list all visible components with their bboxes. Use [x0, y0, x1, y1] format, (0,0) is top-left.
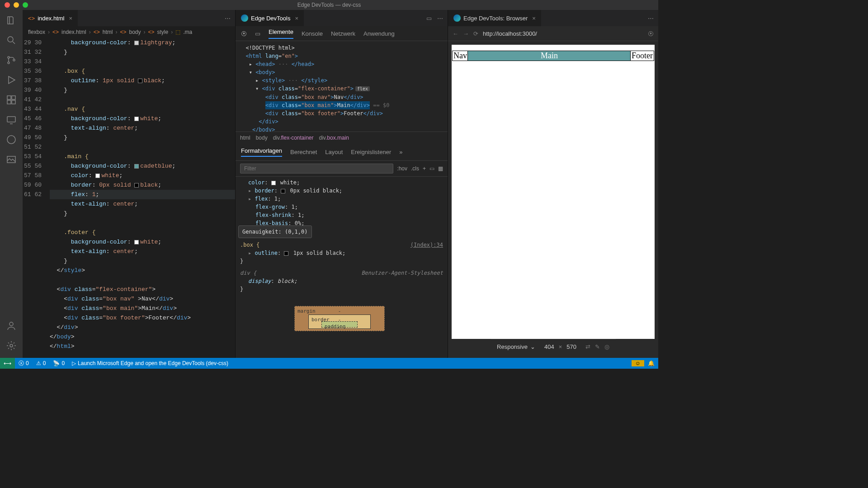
- remote-indicator[interactable]: ⟷: [0, 358, 15, 369]
- close-icon[interactable]: ×: [532, 15, 536, 22]
- svg-point-1: [8, 56, 9, 58]
- preview-footer: Footer: [631, 51, 654, 61]
- panel-tab-application[interactable]: Anwendung: [363, 30, 395, 37]
- settings-gear-icon[interactable]: [5, 340, 17, 352]
- editor-more-icon[interactable]: ⋯: [437, 15, 443, 22]
- dom-breadcrumb[interactable]: html body div.flex-container div.box.mai…: [236, 131, 448, 144]
- svg-point-9: [7, 136, 15, 144]
- launch-edge-action[interactable]: ▷ Launch Microsoft Edge and open the Edg…: [68, 360, 232, 366]
- rotate-icon[interactable]: ⇄: [585, 343, 590, 350]
- screenshot-icon[interactable]: ◎: [604, 343, 609, 350]
- nav-forward-icon[interactable]: →: [463, 30, 469, 37]
- warnings-count[interactable]: ⚠ 0: [33, 360, 50, 366]
- remote-explorer-icon[interactable]: [5, 114, 17, 126]
- styles-tab-computed[interactable]: Berechnet: [290, 149, 317, 155]
- gallery-icon[interactable]: [5, 154, 17, 165]
- svg-point-0: [8, 37, 13, 42]
- viewport-height[interactable]: 570: [566, 343, 576, 350]
- edge-icon: [241, 14, 248, 22]
- edge-tools-icon[interactable]: [5, 134, 17, 145]
- styles-filter-input[interactable]: [240, 164, 393, 174]
- dimension-separator: ×: [559, 343, 562, 350]
- cls-toggle[interactable]: .cls: [411, 165, 419, 172]
- svg-rect-4: [7, 96, 11, 99]
- panel-tab-elements[interactable]: Elemente: [269, 28, 293, 39]
- more-tabs-icon[interactable]: »: [399, 149, 402, 155]
- status-bar: ⟷ ⓧ 0 ⚠ 0 📡 0 ▷ Launch Microsoft Edge an…: [0, 358, 658, 369]
- styles-tab-layout[interactable]: Layout: [325, 149, 343, 155]
- split-editor-icon[interactable]: ▭: [426, 15, 432, 22]
- breadcrumb[interactable]: flexbox› <>index.html› <>html› <>body› <…: [23, 26, 235, 38]
- explorer-icon[interactable]: [5, 14, 17, 26]
- extensions-icon[interactable]: [5, 94, 17, 106]
- html-file-icon: <>: [52, 29, 59, 35]
- screenshot-magic-icon[interactable]: ✎: [595, 343, 600, 350]
- dom-crumb[interactable]: body: [256, 135, 268, 141]
- dom-crumb[interactable]: div.box.main: [319, 135, 349, 141]
- close-icon[interactable]: ×: [69, 15, 72, 22]
- svg-rect-5: [12, 96, 15, 99]
- panel-tab-console[interactable]: Konsole: [302, 30, 323, 37]
- hov-toggle[interactable]: :hov: [397, 165, 407, 172]
- layout-icon[interactable]: ▦: [438, 165, 443, 172]
- breadcrumb-item[interactable]: html: [103, 29, 113, 35]
- window-maximize-button[interactable]: [23, 2, 28, 8]
- window-close-button[interactable]: [5, 2, 10, 8]
- breadcrumb-item[interactable]: flexbox: [28, 29, 45, 35]
- nav-back-icon[interactable]: ←: [453, 30, 458, 37]
- editor-more-icon[interactable]: ⋯: [225, 15, 235, 22]
- devtools-column: Edge DevTools × ▭ ⋯ ⦿ ▭ Elemente Konsole…: [235, 10, 448, 358]
- svg-point-12: [10, 344, 13, 347]
- styles-pane[interactable]: color: white;▸ border: 0px solid black;▸…: [236, 177, 448, 358]
- inspect-element-icon[interactable]: ⦿: [241, 30, 247, 37]
- device-toggle-icon[interactable]: ▭: [255, 30, 260, 37]
- notifications-icon[interactable]: 🔔: [644, 360, 658, 366]
- breadcrumb-item[interactable]: .ma: [183, 29, 192, 35]
- specificity-tooltip: Genauigkeit: (0,1,0): [238, 225, 312, 238]
- window-title: Edge DevTools — dev-css: [297, 2, 361, 8]
- tag-icon: <>: [94, 29, 100, 35]
- account-icon[interactable]: [5, 320, 17, 332]
- browser-column: Edge DevTools: Browser × ⋯ ← → ⟳ http://…: [448, 10, 658, 358]
- window-minimize-button[interactable]: [14, 2, 19, 8]
- editor-more-icon[interactable]: ⋯: [648, 15, 658, 22]
- browser-tab[interactable]: Edge DevTools: Browser ×: [448, 10, 541, 26]
- url-bar[interactable]: http://localhost:3000/: [483, 30, 643, 37]
- source-control-icon[interactable]: [5, 54, 17, 66]
- viewport-width[interactable]: 404: [544, 343, 554, 350]
- dom-tree[interactable]: ⋯ <!DOCTYPE html> <html lang="en"> ▸ <he…: [236, 41, 448, 131]
- browser-viewport[interactable]: Nav Main Footer: [452, 45, 655, 339]
- svg-rect-6: [7, 100, 11, 104]
- preview-nav: Nav: [453, 51, 468, 61]
- run-debug-icon[interactable]: [5, 74, 17, 86]
- tag-icon: <>: [120, 29, 126, 35]
- device-selector[interactable]: Responsive ⌄: [497, 343, 535, 350]
- editor-tab[interactable]: <> index.html ×: [23, 10, 78, 26]
- browser-tab-label: Edge DevTools: Browser: [463, 15, 528, 22]
- breadcrumb-item[interactable]: index.html: [61, 29, 86, 35]
- chevron-down-icon: ⌄: [530, 343, 535, 350]
- breadcrumb-item[interactable]: style: [157, 29, 169, 35]
- styles-tab-formatvorlagen[interactable]: Formatvorlagen: [241, 147, 282, 157]
- new-rule-icon[interactable]: +: [423, 165, 426, 172]
- search-icon[interactable]: [5, 34, 17, 46]
- html-file-icon: <>: [28, 15, 35, 22]
- breadcrumb-item[interactable]: body: [129, 29, 141, 35]
- device-label: Responsive: [497, 343, 528, 350]
- svg-point-3: [13, 59, 15, 61]
- feedback-icon[interactable]: ☺: [632, 360, 644, 366]
- nav-reload-icon[interactable]: ⟳: [473, 30, 478, 37]
- editor-tab-label: index.html: [38, 15, 64, 22]
- close-icon[interactable]: ×: [295, 15, 298, 22]
- svg-rect-8: [7, 117, 15, 122]
- dom-crumb[interactable]: div.flex-container: [273, 135, 314, 141]
- dom-crumb[interactable]: html: [240, 135, 250, 141]
- inspect-icon[interactable]: ⦿: [648, 30, 654, 37]
- device-icon[interactable]: ▭: [429, 165, 434, 172]
- panel-tab-network[interactable]: Netzwerk: [331, 30, 355, 37]
- code-editor[interactable]: 29 30 31 32 33 34 35 36 37 38 39 40 41 4…: [23, 38, 235, 358]
- errors-count[interactable]: ⓧ 0: [15, 360, 33, 367]
- styles-tab-listeners[interactable]: Ereignislistener: [351, 149, 391, 155]
- ports-count[interactable]: 📡 0: [49, 360, 68, 366]
- devtools-tab[interactable]: Edge DevTools ×: [236, 10, 304, 26]
